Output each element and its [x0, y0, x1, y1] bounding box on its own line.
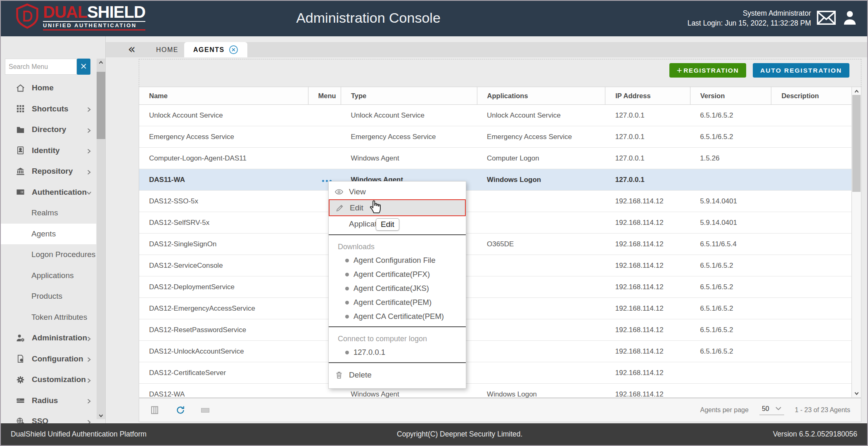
table-row-computer-logon-agent-das11[interactable]: Computer-Logon-Agent-DAS11Windows AgentC… [139, 148, 852, 169]
chevron-right-icon [86, 397, 92, 404]
table-row-das12-singlesignon[interactable]: DAS12-SingleSignOnO365DE192.168.114.126.… [139, 234, 852, 255]
tab-agents[interactable]: AGENTS [184, 42, 247, 57]
column-header-type[interactable]: Type [341, 87, 477, 105]
brand-name: DUALSHIELD [43, 4, 145, 20]
scrollbar-thumb[interactable] [852, 95, 861, 192]
search-clear-button[interactable] [77, 59, 90, 75]
sidebar-item-token-attributes[interactable]: Token Attributes [1, 307, 96, 328]
table-row-das12-certificateserver[interactable]: DAS12-CertificateServer192.168.114.12 [139, 362, 852, 384]
table-row-unlock-account-service[interactable]: Unlock Account ServiceUnlock Account Ser… [139, 105, 852, 126]
scrollbar-thumb[interactable] [97, 72, 105, 139]
menu-item-delete[interactable]: Delete [329, 366, 466, 384]
menu-item-agent-certificate-pfx-[interactable]: Agent Certificate(PFX) [329, 267, 466, 281]
cell-applications [477, 298, 605, 319]
menu-item-edit[interactable]: Edit [329, 199, 466, 216]
table-row-das12-emergencyaccessservice[interactable]: DAS12-EmergencyAccessService192.168.114.… [139, 298, 852, 319]
table-row-das12-deploymentservice[interactable]: DAS12-DeploymentService192.168.114.126.5… [139, 276, 852, 298]
sidebar-item-applications[interactable]: Applications [1, 265, 96, 286]
column-header-name[interactable]: Name [139, 87, 308, 105]
agents-panel: +REGISTRATION AUTO REGISTRATION NameMenu… [139, 59, 861, 422]
cell-applications [477, 276, 605, 298]
cell-type: Windows Agent [341, 148, 477, 169]
tab-home[interactable]: HOME [147, 42, 187, 57]
sidebar-item-label: Directory [32, 125, 66, 134]
sidebar-item-label: Token Attributes [31, 313, 87, 322]
column-header-ip-address[interactable]: IP Address [605, 87, 690, 105]
sidebar-item-customization[interactable]: Customization [1, 369, 96, 390]
table-row-das12-resetpasswordservice[interactable]: DAS12-ResetPasswordService192.168.114.12… [139, 319, 852, 341]
export-icon[interactable] [201, 408, 209, 413]
column-header-version[interactable]: Version [690, 87, 771, 105]
table-row-das12-unlockaccountservice[interactable]: DAS12-UnlockAccountService192.168.114.12… [139, 341, 852, 362]
cell-version: 6.5.1/6.5.2 [690, 341, 771, 362]
column-header-description[interactable]: Description [771, 87, 852, 105]
sidebar-item-realms[interactable]: Realms [1, 203, 96, 224]
menu-item-127-0-0-1[interactable]: 127.0.0.1 [329, 345, 466, 359]
table-header-row: NameMenuTypeApplicationsIP AddressVersio… [139, 87, 852, 105]
cell-name: DAS12-UnlockAccountService [139, 341, 308, 362]
scroll-down-icon[interactable] [852, 389, 861, 397]
collapse-sidebar-button[interactable]: « [126, 43, 138, 57]
table-row-das12-sso-5x[interactable]: DAS12-SSO-5x192.168.114.125.9.14.0401 [139, 191, 852, 212]
cell-applications [477, 319, 605, 341]
auto-registration-button[interactable]: AUTO REGISTRATION [753, 63, 849, 78]
sidebar-item-radius[interactable]: Radius [1, 390, 96, 411]
sidebar-item-identity[interactable]: Identity [1, 140, 96, 161]
sidebar-item-administration[interactable]: Administration [1, 328, 96, 349]
sidebar-item-label: Home [32, 83, 54, 92]
scroll-up-icon[interactable] [852, 87, 861, 95]
menu-item-view[interactable]: View [329, 184, 466, 199]
menu-divider [329, 234, 466, 235]
cell-applications: Emergency Access Service [477, 126, 605, 148]
refresh-icon[interactable] [175, 405, 185, 415]
cell-ip: 192.168.114.12 [605, 191, 690, 212]
column-header-applications[interactable]: Applications [477, 87, 605, 105]
menu-item-agent-certificate-pem-[interactable]: Agent Certificate(PEM) [329, 295, 466, 309]
bullet-icon [345, 315, 349, 319]
menu-item-agent-configuration-file[interactable]: Agent Configuration File [329, 253, 466, 267]
menu-item-agent-ca-certificate-pem-[interactable]: Agent CA Certificate(PEM) [329, 309, 466, 323]
cell-version: 1.5.26 [690, 148, 771, 169]
sidebar-item-directory[interactable]: Directory [1, 119, 96, 140]
menu-divider [329, 362, 466, 363]
table-row-das12-selfsrv-5x[interactable]: DAS12-SelfSRV-5x192.168.114.125.9.14.040… [139, 212, 852, 234]
administration-console-window: DUALSHIELD UNIFIED AUTHENTICATION Admini… [0, 0, 868, 446]
cell-version: 6.5.11/6.5.4 [690, 234, 771, 255]
user-icon[interactable] [842, 9, 858, 28]
sidebar-item-configuration[interactable]: Configuration [1, 349, 96, 370]
cell-version: 6.5.1/6.5.2 [690, 276, 771, 298]
column-header-menu[interactable]: Menu [308, 87, 341, 105]
table-row-das12-serviceconsole[interactable]: DAS12-ServiceConsole192.168.114.126.5.1/… [139, 255, 852, 276]
page-size-select[interactable]: 50 [759, 405, 784, 415]
sidebar-item-products[interactable]: Products [1, 286, 96, 307]
sidebar-item-agents[interactable]: Agents [1, 224, 96, 245]
sidebar-item-logon-procedures[interactable]: Logon Procedures [1, 244, 96, 265]
mail-icon[interactable] [817, 10, 836, 27]
sidebar-scrollbar[interactable] [97, 59, 105, 419]
admin-icon [16, 333, 25, 343]
sidebar-item-label: Shortcuts [32, 104, 69, 113]
cell-description [771, 276, 852, 298]
sidebar-item-repository[interactable]: Repository [1, 161, 96, 182]
menu-section-connect-to-computer-logon: Connect to computer logon [329, 330, 466, 345]
sidebar-item-sso[interactable]: SSO [1, 411, 96, 423]
bullet-icon [345, 287, 349, 290]
scroll-up-icon[interactable] [97, 59, 105, 66]
table-row-das11-wa[interactable]: DAS11-WAWindows AgentWindows Logon127.0.… [139, 169, 852, 191]
footer-copyright: Copyright(C) Deepnet Security Limited. [397, 430, 522, 439]
scroll-down-icon[interactable] [97, 412, 105, 419]
sidebar-item-label: Products [31, 292, 62, 301]
table-scrollbar[interactable] [851, 87, 861, 398]
edit-tooltip: Edit [376, 218, 399, 231]
tab-bar: « HOME AGENTS [106, 42, 867, 57]
sidebar-item-shortcuts[interactable]: Shortcuts [1, 99, 96, 120]
menu-item-agent-certificate-jks-[interactable]: Agent Certificate(JKS) [329, 281, 466, 295]
table-row-emergency-access-service[interactable]: Emergency Access ServiceEmergency Access… [139, 126, 852, 148]
sidebar-item-home[interactable]: Home [1, 78, 96, 99]
search-input[interactable] [5, 59, 77, 75]
sidebar-item-authentication[interactable]: Authentication [1, 182, 96, 203]
registration-button[interactable]: +REGISTRATION [669, 63, 746, 78]
columns-icon[interactable] [150, 405, 160, 415]
grid-icon [16, 104, 25, 113]
tab-close-icon[interactable] [229, 45, 238, 54]
